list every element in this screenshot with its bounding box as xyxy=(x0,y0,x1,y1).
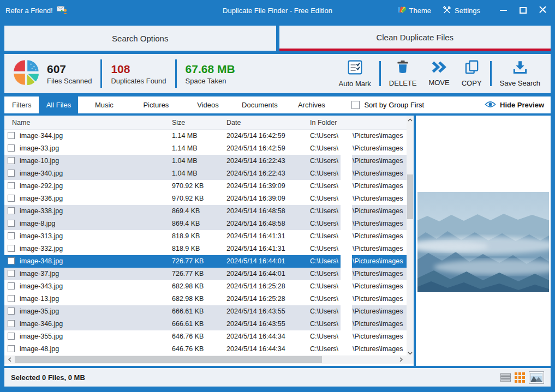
file-folder-suffix: \Pictures\images xyxy=(353,155,406,167)
file-folder-suffix: \Pictures\images xyxy=(353,305,406,318)
scroll-down-icon[interactable] xyxy=(408,349,413,358)
row-checkbox[interactable] xyxy=(8,232,15,239)
file-date: 2024/5/14 16:43:55 xyxy=(226,305,285,318)
row-checkbox[interactable] xyxy=(8,333,15,340)
table-row[interactable]: image-292.jpg 970.92 KB 2024/5/14 16:39:… xyxy=(4,180,414,192)
row-checkbox[interactable] xyxy=(8,245,15,252)
stat-separator xyxy=(175,59,177,88)
table-row[interactable]: image-313.jpg 818.9 KB 2024/5/14 16:41:3… xyxy=(4,230,414,243)
horizontal-scrollbar[interactable] xyxy=(4,355,414,364)
tab-search-options[interactable]: Search Options xyxy=(4,26,276,51)
file-date: 2024/5/14 16:48:58 xyxy=(226,205,285,218)
vertical-scrollbar[interactable] xyxy=(407,116,414,358)
row-checkbox[interactable] xyxy=(8,345,15,352)
tab-clean-duplicate-files[interactable]: Clean Duplicate Files xyxy=(279,26,551,51)
file-folder-prefix: C:\Users\ xyxy=(310,280,338,293)
theme-button[interactable]: Theme xyxy=(394,3,434,17)
action-separator xyxy=(379,61,381,86)
image-view-button[interactable] xyxy=(529,371,544,384)
table-row[interactable]: image-348.jpg 726.77 KB 2024/5/14 16:44:… xyxy=(4,255,414,268)
table-row[interactable]: image-340.jpg 1.04 MB 2024/5/14 16:22:43… xyxy=(4,167,414,180)
table-row[interactable]: image-346.jpg 666.61 KB 2024/5/14 16:43:… xyxy=(4,318,414,330)
table-row[interactable]: image-332.jpg 818.9 KB 2024/5/14 16:41:3… xyxy=(4,243,414,255)
table-row[interactable]: image-336.jpg 970.92 KB 2024/5/14 16:39:… xyxy=(4,192,414,205)
table-row[interactable]: image-8.jpg 869.4 KB 2024/5/14 16:48:58 … xyxy=(4,218,414,230)
list-view-button[interactable] xyxy=(500,373,511,382)
eye-icon xyxy=(485,100,496,110)
table-row[interactable]: image-10.jpg 1.04 MB 2024/5/14 16:22:43 … xyxy=(4,155,414,167)
duplicates-found-label: Duplicates Found xyxy=(111,77,166,85)
delete-button[interactable]: DELETE xyxy=(383,56,423,91)
row-checkbox[interactable] xyxy=(8,132,15,139)
auto-mark-icon xyxy=(348,60,362,77)
file-size: 666.61 KB xyxy=(172,318,204,330)
sort-by-group-checkbox[interactable] xyxy=(351,101,360,109)
column-header-in-folder[interactable]: In Folder xyxy=(310,116,337,130)
row-checkbox[interactable] xyxy=(8,282,15,290)
column-header-size[interactable]: Size xyxy=(172,116,185,130)
file-size: 726.77 KB xyxy=(172,268,204,280)
pie-chart-icon xyxy=(12,58,40,89)
row-checkbox[interactable] xyxy=(8,270,15,277)
maximize-button[interactable] xyxy=(516,4,530,16)
grid-view-button[interactable] xyxy=(515,372,525,383)
row-checkbox[interactable] xyxy=(8,182,15,189)
table-row[interactable]: image-355.jpg 646.76 KB 2024/5/14 16:44:… xyxy=(4,330,414,343)
horizontal-scroll-thumb[interactable] xyxy=(15,356,322,363)
column-header-name[interactable]: Name xyxy=(12,116,30,130)
settings-button[interactable]: Settings xyxy=(439,3,484,18)
row-checkbox[interactable] xyxy=(8,170,15,177)
settings-tools-icon xyxy=(443,5,451,16)
refer-a-friend-button[interactable]: Refer a Friend! xyxy=(5,5,68,16)
filter-tabs: All FilesMusicPicturesVideosDocumentsArc… xyxy=(39,97,337,113)
row-checkbox[interactable] xyxy=(8,157,15,164)
hide-preview-button[interactable]: Hide Preview xyxy=(485,97,551,113)
row-checkbox[interactable] xyxy=(8,257,15,264)
file-folder-suffix: \Pictures\images xyxy=(353,280,406,293)
scroll-left-icon[interactable] xyxy=(5,355,14,364)
scroll-right-icon[interactable] xyxy=(396,355,405,364)
column-header-date[interactable]: Date xyxy=(226,116,241,130)
file-name: image-338.jpg xyxy=(20,205,63,218)
filter-all-files[interactable]: All Files xyxy=(39,97,78,113)
file-name: image-344.jpg xyxy=(20,130,63,142)
filter-pictures[interactable]: Pictures xyxy=(130,97,182,113)
row-checkbox[interactable] xyxy=(8,220,15,227)
row-checkbox[interactable] xyxy=(8,295,15,302)
save-search-button[interactable]: Save Search xyxy=(494,56,546,91)
filter-videos[interactable]: Videos xyxy=(182,97,234,113)
auto-mark-button[interactable]: Auto Mark xyxy=(333,56,377,91)
table-row[interactable]: image-343.jpg 682.98 KB 2024/5/14 16:25:… xyxy=(4,280,414,293)
file-size: 869.4 KB xyxy=(172,218,200,230)
table-row[interactable]: image-33.jpg 1.14 MB 2024/5/14 16:42:59 … xyxy=(4,142,414,155)
filter-music[interactable]: Music xyxy=(78,97,130,113)
file-size: 1.14 MB xyxy=(172,130,198,142)
file-name: image-48.jpg xyxy=(20,343,59,355)
row-checkbox[interactable] xyxy=(8,207,15,214)
table-header: Name Size Date In Folder xyxy=(4,116,414,130)
table-row[interactable]: image-338.jpg 869.4 KB 2024/5/14 16:48:5… xyxy=(4,205,414,218)
minimize-button[interactable] xyxy=(496,4,510,16)
scroll-up-icon[interactable] xyxy=(408,116,413,124)
filter-archives[interactable]: Archives xyxy=(285,97,337,113)
row-checkbox[interactable] xyxy=(8,195,15,202)
theme-label: Theme xyxy=(409,7,431,15)
file-name: image-346.jpg xyxy=(20,318,63,330)
table-row[interactable]: image-35.jpg 666.61 KB 2024/5/14 16:43:5… xyxy=(4,305,414,318)
move-button[interactable]: MOVE xyxy=(422,56,455,91)
table-row[interactable]: image-37.jpg 726.77 KB 2024/5/14 16:44:0… xyxy=(4,268,414,280)
table-row[interactable]: image-48.jpg 646.76 KB 2024/5/14 16:44:3… xyxy=(4,343,414,355)
row-checkbox[interactable] xyxy=(8,320,15,327)
file-name: image-35.jpg xyxy=(20,305,59,318)
file-folder-suffix: \Pictures\images xyxy=(353,142,406,155)
close-button[interactable] xyxy=(535,4,550,16)
file-name: image-10.jpg xyxy=(20,155,59,167)
filter-documents[interactable]: Documents xyxy=(234,97,285,113)
row-checkbox[interactable] xyxy=(8,144,15,152)
copy-button[interactable]: COPY xyxy=(456,56,488,91)
table-row[interactable]: image-13.jpg 682.98 KB 2024/5/14 16:25:2… xyxy=(4,293,414,305)
file-date: 2024/5/14 16:39:09 xyxy=(226,192,285,205)
row-checkbox[interactable] xyxy=(8,307,15,315)
table-row[interactable]: image-344.jpg 1.14 MB 2024/5/14 16:42:59… xyxy=(4,130,414,142)
vertical-scroll-thumb[interactable] xyxy=(407,174,413,219)
